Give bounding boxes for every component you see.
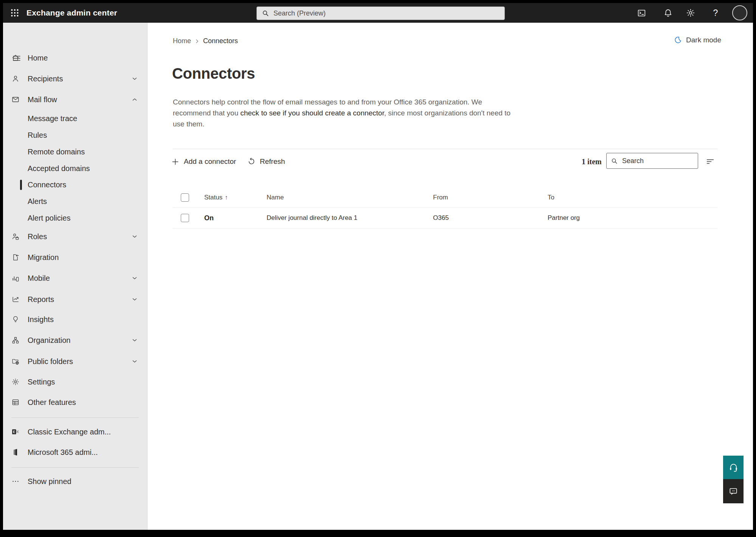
sidebar-divider: [11, 417, 139, 418]
row-to: Partner org: [548, 214, 580, 222]
sidebar-item-other-features[interactable]: Other features: [3, 394, 147, 411]
sidebar-item-show-pinned[interactable]: Show pinned: [3, 473, 147, 490]
bell-icon: [663, 8, 673, 18]
dark-mode-label: Dark mode: [686, 36, 721, 44]
sidebar-item-connectors[interactable]: Connectors: [3, 177, 147, 192]
sidebar-item-reports[interactable]: Reports: [3, 291, 147, 308]
column-header-from[interactable]: From: [433, 187, 448, 207]
description-link[interactable]: check to see if you should create a conn…: [240, 109, 384, 117]
sidebar-item-remote-domains[interactable]: Remote domains: [3, 144, 147, 159]
breadcrumb-chevron-icon: [194, 38, 200, 44]
mobile-icon: [11, 274, 20, 282]
chevron-down-icon: [131, 75, 138, 82]
chevron-down-icon: [131, 296, 138, 303]
chevron-down-icon: [131, 233, 138, 240]
breadcrumb-current[interactable]: Connectors: [203, 37, 238, 45]
moon-icon: [674, 36, 682, 44]
select-all-checkbox[interactable]: [181, 193, 189, 202]
sidebar-item-recipients[interactable]: Recipients: [3, 70, 147, 87]
top-bar: Exchange admin center: [3, 3, 753, 23]
filter-icon: [705, 157, 715, 166]
notifications-button[interactable]: [660, 3, 676, 23]
roles-icon: [11, 232, 20, 241]
sidebar-item-settings[interactable]: Settings: [3, 374, 147, 390]
sidebar-item-message-trace[interactable]: Message trace: [3, 111, 147, 126]
sidebar-item-label: Recipients: [28, 75, 63, 83]
breadcrumb-home-link[interactable]: Home: [173, 37, 191, 45]
row-status: On: [204, 214, 214, 222]
sidebar-item-m365-admin[interactable]: Microsoft 365 admi...: [3, 444, 147, 461]
dark-mode-toggle[interactable]: Dark mode: [674, 36, 721, 44]
add-connector-label: Add a connector: [184, 157, 236, 166]
sidebar-item-accepted-domains[interactable]: Accepted domains: [3, 161, 147, 176]
sidebar-item-label: Mobile: [28, 274, 50, 283]
sidebar-item-classic-exchange[interactable]: Classic Exchange adm...: [3, 423, 147, 440]
sidebar-item-label: Reports: [28, 295, 54, 304]
sidebar-item-roles[interactable]: Roles: [3, 228, 147, 245]
sidebar-item-organization[interactable]: Organization: [3, 332, 147, 349]
chevron-up-icon: [131, 96, 138, 103]
selected-indicator: [20, 180, 22, 190]
account-avatar[interactable]: [732, 5, 747, 20]
breadcrumb: Home Connectors: [173, 37, 238, 45]
refresh-button[interactable]: Refresh: [247, 154, 285, 170]
classic-exchange-icon: [11, 428, 20, 436]
sidebar-item-public-folders[interactable]: Public folders: [3, 353, 147, 370]
app-title: Exchange admin center: [26, 3, 117, 23]
sidebar-item-label: Mail flow: [28, 95, 57, 104]
page-description: Connectors help control the flow of emai…: [173, 97, 518, 129]
column-label: Status: [204, 194, 222, 201]
help-icon: ?: [713, 8, 718, 18]
sidebar-item-label: Migration: [28, 253, 59, 262]
m365-icon: [11, 448, 20, 456]
sidebar-item-alert-policies[interactable]: Alert policies: [3, 210, 147, 226]
add-connector-button[interactable]: Add a connector: [171, 154, 236, 170]
help-button[interactable]: ?: [707, 3, 724, 23]
global-search-box[interactable]: [256, 6, 505, 20]
sidebar-nav: Home Recipients Mail flow Message trace …: [3, 23, 147, 530]
sidebar-item-rules[interactable]: Rules: [3, 128, 147, 143]
search-icon: [261, 9, 270, 17]
sidebar-item-label: Alerts: [28, 197, 47, 206]
sidebar-divider: [11, 467, 139, 468]
table-header-row: Status ↑ Name From To: [173, 187, 717, 208]
column-header-name[interactable]: Name: [267, 187, 284, 207]
sidebar-item-label: Rules: [28, 131, 47, 140]
list-search-input[interactable]: [622, 157, 694, 165]
command-palette-button[interactable]: [633, 3, 650, 23]
reports-icon: [11, 295, 20, 304]
sidebar-item-label: Show pinned: [28, 477, 71, 486]
sidebar-item-mobile[interactable]: Mobile: [3, 270, 147, 286]
org-tree-icon: [11, 336, 20, 344]
row-name[interactable]: Deliver journal directly to Area 1: [267, 214, 357, 222]
toolbar-divider: [173, 149, 717, 149]
column-label: From: [433, 194, 448, 201]
list-search-box[interactable]: [606, 153, 698, 169]
search-icon: [610, 157, 618, 165]
sidebar-item-home[interactable]: Home: [3, 50, 147, 66]
column-header-to[interactable]: To: [548, 187, 554, 207]
sidebar-item-alerts[interactable]: Alerts: [3, 194, 147, 209]
column-label: Name: [267, 194, 284, 201]
sidebar-item-label: Accepted domains: [28, 164, 90, 173]
column-header-status[interactable]: Status ↑: [204, 187, 228, 207]
sort-ascending-icon: ↑: [225, 194, 228, 201]
sidebar-item-migration[interactable]: Migration: [3, 249, 147, 266]
sidebar-item-label: Public folders: [28, 357, 73, 366]
row-checkbox[interactable]: [181, 214, 189, 222]
table-row[interactable]: On Deliver journal directly to Area 1 O3…: [173, 208, 717, 229]
sidebar-item-label: Insights: [28, 315, 54, 324]
sidebar-item-label: Remote domains: [28, 148, 85, 156]
sidebar-item-insights[interactable]: Insights: [3, 311, 147, 328]
migration-icon: [11, 253, 20, 261]
refresh-icon: [247, 157, 256, 166]
filter-button[interactable]: [705, 156, 716, 167]
row-from: O365: [433, 214, 449, 222]
support-button[interactable]: [723, 456, 744, 479]
sidebar-item-mail-flow[interactable]: Mail flow: [3, 91, 147, 108]
global-search-input[interactable]: [273, 9, 500, 17]
sidebar-item-label: Organization: [28, 336, 70, 345]
settings-button[interactable]: [682, 3, 699, 23]
app-launcher-button[interactable]: [8, 7, 21, 19]
feedback-button[interactable]: [723, 479, 744, 503]
